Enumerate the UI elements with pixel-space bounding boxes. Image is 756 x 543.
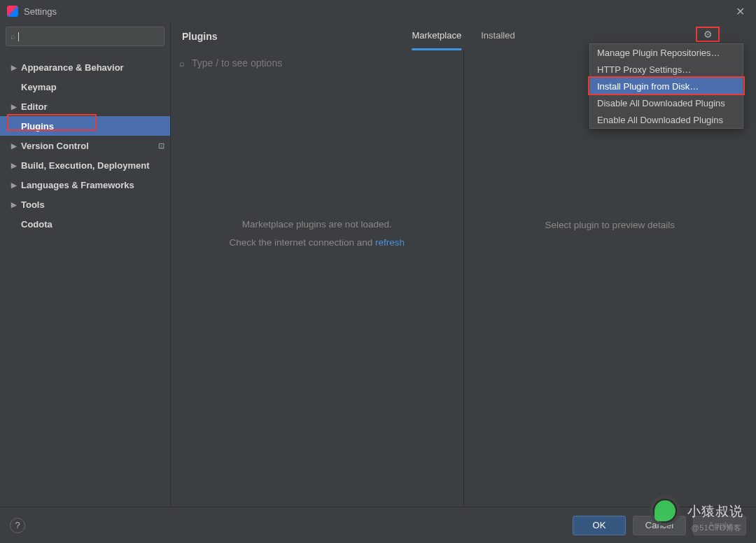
- menu-http-proxy[interactable]: HTTP Proxy Settings…: [590, 61, 743, 78]
- window-title: Settings: [24, 6, 732, 17]
- ok-button[interactable]: OK: [573, 516, 626, 535]
- sidebar-item-label: Languages & Frameworks: [21, 180, 134, 190]
- search-placeholder: Type / to see options: [192, 57, 282, 69]
- sidebar-item-label: Codota: [21, 219, 52, 230]
- sidebar-item-keymap[interactable]: Keymap: [0, 77, 170, 97]
- sidebar-item-label: Plugins: [21, 121, 54, 132]
- refresh-link[interactable]: refresh: [375, 237, 405, 248]
- search-icon: ⌕: [10, 31, 15, 41]
- empty-state-text: Check the internet connection and: [229, 237, 375, 248]
- gear-button[interactable]: ⚙: [696, 27, 720, 42]
- watermark-logo: [650, 495, 680, 526]
- sidebar-item-label: Editor: [21, 101, 48, 112]
- sidebar-item-build-execution-deployment[interactable]: ▶Build, Execution, Deployment: [0, 155, 170, 175]
- sidebar-search-input[interactable]: ⌕: [6, 27, 164, 46]
- help-button[interactable]: ?: [10, 518, 25, 533]
- sidebar-item-tools[interactable]: ▶Tools: [0, 195, 170, 214]
- search-icon: ⌕: [179, 58, 185, 69]
- app-icon: [7, 6, 18, 17]
- sidebar-item-version-control[interactable]: ▶Version Control⊡: [0, 136, 170, 155]
- empty-state-line2: Check the internet connection and refres…: [229, 234, 405, 252]
- empty-state: Marketplace plugins are not loaded. Chec…: [171, 76, 463, 507]
- chevron-right-icon: ▶: [11, 64, 21, 71]
- sidebar-item-label: Tools: [21, 199, 45, 210]
- sidebar-item-codota[interactable]: Codota: [0, 214, 170, 234]
- gear-dropdown: Manage Plugin Repositories… HTTP Proxy S…: [589, 43, 743, 129]
- titlebar: Settings ✕: [0, 0, 756, 22]
- sidebar-item-label: Appearance & Behavior: [21, 62, 124, 73]
- empty-state-line1: Marketplace plugins are not loaded.: [242, 216, 392, 234]
- dialog-footer: ? OK Cancel Apply: [0, 507, 756, 543]
- sidebar-item-label: Build, Execution, Deployment: [21, 160, 149, 171]
- text-cursor: [18, 32, 22, 41]
- sidebar-item-plugins[interactable]: Plugins: [0, 116, 170, 136]
- sidebar-item-languages-frameworks[interactable]: ▶Languages & Frameworks: [0, 175, 170, 195]
- sidebar: ⌕ ▶Appearance & Behavior Keymap ▶Editor …: [0, 22, 171, 507]
- tabs: Marketplace Installed: [412, 22, 514, 50]
- sidebar-item-label: Version Control: [21, 141, 89, 151]
- page-title: Plugins: [182, 31, 218, 42]
- chevron-right-icon: ▶: [11, 103, 21, 111]
- watermark-sub: @51CTO博客: [692, 523, 742, 533]
- menu-install-from-disk[interactable]: Install Plugin from Disk…: [590, 78, 743, 94]
- chevron-right-icon: ▶: [11, 142, 21, 150]
- sidebar-item-label: Keymap: [21, 82, 57, 92]
- chevron-right-icon: ▶: [11, 162, 21, 169]
- tab-marketplace[interactable]: Marketplace: [412, 22, 461, 50]
- menu-manage-repositories[interactable]: Manage Plugin Repositories…: [590, 44, 743, 61]
- menu-disable-all[interactable]: Disable All Downloaded Plugins: [590, 94, 743, 111]
- chevron-right-icon: ▶: [11, 181, 21, 189]
- plugin-search-input[interactable]: ⌕ Type / to see options: [171, 50, 463, 76]
- gear-icon: ⚙: [704, 29, 713, 39]
- sidebar-item-appearance-behavior[interactable]: ▶Appearance & Behavior: [0, 57, 170, 77]
- settings-tree: ▶Appearance & Behavior Keymap ▶Editor Pl…: [0, 50, 170, 234]
- close-icon[interactable]: ✕: [732, 5, 749, 18]
- scope-badge-icon: ⊡: [158, 141, 164, 150]
- menu-enable-all[interactable]: Enable All Downloaded Plugins: [590, 111, 743, 128]
- watermark-text: 小猿叔说: [687, 502, 743, 521]
- sidebar-item-editor[interactable]: ▶Editor: [0, 97, 170, 116]
- preview-placeholder: Select plugin to preview details: [545, 220, 675, 230]
- plugin-list-column: ⌕ Type / to see options Marketplace plug…: [171, 50, 464, 507]
- chevron-right-icon: ▶: [11, 201, 21, 209]
- tab-installed[interactable]: Installed: [481, 22, 514, 50]
